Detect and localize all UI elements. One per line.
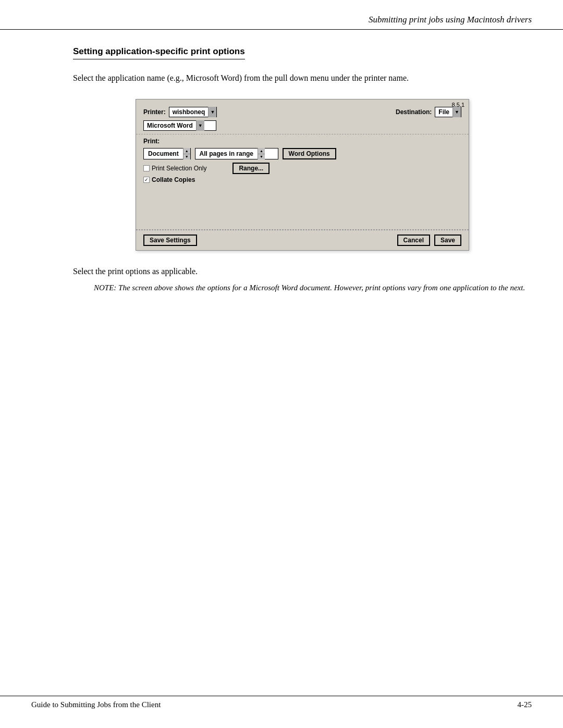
print-section: Print: Document ▲ ▼ All pages in range ▲… [136, 134, 469, 230]
cancel-button[interactable]: Cancel [397, 235, 430, 246]
printer-label: Printer: [143, 108, 166, 116]
print-selection-checkbox[interactable] [143, 165, 150, 171]
destination-select[interactable]: File ▼ [435, 107, 461, 117]
printer-select[interactable]: wishboneq ▼ [169, 107, 217, 117]
body-text: Select the application name (e.g., Micro… [73, 72, 532, 84]
collate-label: Collate Copies [152, 176, 195, 183]
select-print-options-text: Select the print options as applicable. [73, 265, 532, 278]
pages-stepper-down[interactable]: ▼ [258, 154, 265, 160]
print-selection-label: Print Selection Only [152, 165, 206, 172]
main-content: Setting application-specific print optio… [0, 30, 563, 315]
section-heading: Setting application-specific print optio… [73, 46, 245, 59]
document-stepper-down[interactable]: ▼ [183, 154, 190, 160]
page-header-title: Submitting print jobs using Macintosh dr… [369, 15, 532, 25]
document-stepper-arrows[interactable]: ▲ ▼ [183, 148, 190, 159]
save-settings-button[interactable]: Save Settings [143, 235, 197, 246]
print-section-label: Print: [143, 138, 461, 145]
destination-value: File [435, 108, 452, 116]
printer-group: Printer: wishboneq ▼ [143, 107, 217, 117]
pages-stepper-arrows[interactable]: ▲ ▼ [258, 148, 265, 159]
printer-dropdown-arrow[interactable]: ▼ [208, 107, 216, 117]
printer-destination-row: Printer: wishboneq ▼ Destination: File ▼ [143, 107, 461, 117]
save-button[interactable]: Save [434, 235, 461, 246]
app-value: Microsoft Word [144, 122, 196, 129]
page-header: Submitting print jobs using Macintosh dr… [0, 0, 563, 30]
document-value: Document [144, 150, 183, 157]
print-selection-row: Print Selection Only [143, 165, 206, 172]
app-select[interactable]: Microsoft Word ▼ [143, 120, 216, 131]
collate-row: ✓ Collate Copies [143, 176, 461, 183]
print-options-row: Print Selection Only Range... [143, 163, 461, 174]
destination-label: Destination: [396, 108, 432, 116]
app-dropdown-arrow[interactable]: ▼ [196, 120, 204, 131]
destination-group: Destination: File ▼ [396, 107, 461, 117]
bottom-right-buttons: Cancel Save [397, 235, 461, 246]
pages-value: All pages in range [195, 150, 258, 157]
print-controls-row: Document ▲ ▼ All pages in range ▲ ▼ Word… [143, 148, 461, 159]
app-select-row: Microsoft Word ▼ [136, 120, 469, 134]
dialog-bottom: Save Settings Cancel Save [136, 230, 469, 250]
note-text: NOTE: The screen above shows the options… [73, 282, 532, 294]
footer-right: 4-25 [518, 700, 532, 709]
dialog-version: 8.5.1 [452, 102, 464, 108]
range-button[interactable]: Range... [232, 163, 270, 174]
document-select[interactable]: Document ▲ ▼ [143, 148, 191, 159]
print-dialog: 8.5.1 Printer: wishboneq ▼ Destination: … [136, 99, 469, 251]
pages-select[interactable]: All pages in range ▲ ▼ [195, 148, 278, 159]
printer-value: wishboneq [169, 108, 209, 116]
word-options-button[interactable]: Word Options [283, 148, 336, 159]
dialog-empty-area [143, 183, 461, 225]
collate-checkbox[interactable]: ✓ [143, 177, 150, 183]
footer-left: Guide to Submitting Jobs from the Client [31, 700, 161, 709]
destination-dropdown-arrow[interactable]: ▼ [452, 107, 461, 117]
pages-stepper-up[interactable]: ▲ [258, 148, 265, 154]
dialog-top-section: Printer: wishboneq ▼ Destination: File ▼ [136, 100, 469, 117]
document-stepper-up[interactable]: ▲ [183, 148, 190, 154]
page-footer: Guide to Submitting Jobs from the Client… [0, 696, 563, 713]
